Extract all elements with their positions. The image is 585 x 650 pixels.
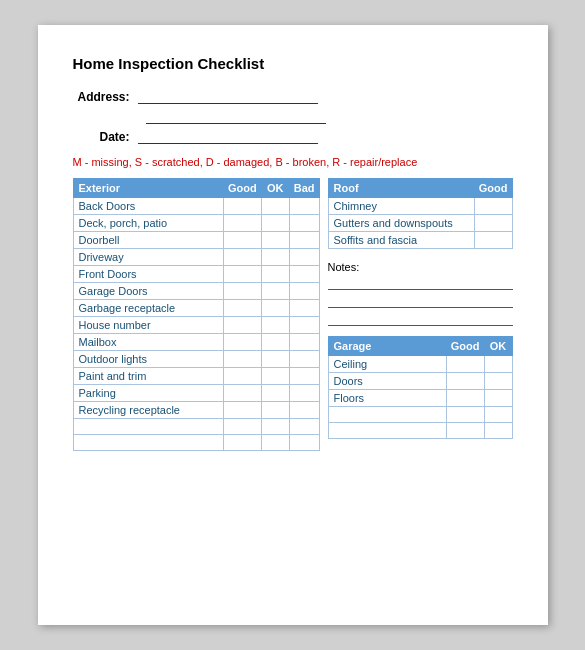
exterior-good-cell[interactable] — [224, 232, 262, 249]
exterior-bad-cell[interactable] — [289, 385, 319, 402]
garage-good-header: Good — [446, 337, 484, 356]
garage-good-cell[interactable] — [446, 356, 484, 373]
roof-good-cell[interactable] — [474, 232, 512, 249]
exterior-item: Parking — [73, 385, 224, 402]
garage-ok-header: OK — [484, 337, 512, 356]
exterior-row: Back Doors — [73, 198, 319, 215]
garage-row: Floors — [328, 390, 512, 407]
right-section: Roof Good Chimney Gutters and downspouts… — [328, 178, 513, 439]
exterior-empty-item — [73, 435, 224, 451]
exterior-good-cell[interactable] — [224, 249, 262, 266]
exterior-good-cell[interactable] — [224, 435, 262, 451]
exterior-ok-cell[interactable] — [261, 385, 289, 402]
exterior-bad-cell[interactable] — [289, 435, 319, 451]
exterior-ok-cell[interactable] — [261, 249, 289, 266]
garage-good-cell[interactable] — [446, 390, 484, 407]
garage-empty-row — [328, 407, 512, 423]
exterior-good-cell[interactable] — [224, 402, 262, 419]
exterior-row: Mailbox — [73, 334, 319, 351]
exterior-good-cell[interactable] — [224, 215, 262, 232]
garage-ok-cell[interactable] — [484, 390, 512, 407]
exterior-item: Outdoor lights — [73, 351, 224, 368]
exterior-ok-cell[interactable] — [261, 402, 289, 419]
exterior-row: Garage Doors — [73, 283, 319, 300]
exterior-row: Parking — [73, 385, 319, 402]
exterior-good-cell[interactable] — [224, 368, 262, 385]
roof-row: Gutters and downspouts — [328, 215, 512, 232]
exterior-bad-cell[interactable] — [289, 198, 319, 215]
garage-good-cell[interactable] — [446, 423, 484, 439]
notes-label: Notes: — [328, 261, 513, 273]
exterior-good-cell[interactable] — [224, 351, 262, 368]
roof-header: Roof — [328, 179, 474, 198]
exterior-ok-cell[interactable] — [261, 232, 289, 249]
exterior-good-cell[interactable] — [224, 334, 262, 351]
exterior-bad-cell[interactable] — [289, 266, 319, 283]
exterior-bad-cell[interactable] — [289, 300, 319, 317]
exterior-section: Exterior Good OK Bad Back Doors Deck, po… — [73, 178, 320, 451]
exterior-bad-cell[interactable] — [289, 283, 319, 300]
exterior-bad-cell[interactable] — [289, 215, 319, 232]
exterior-table: Exterior Good OK Bad Back Doors Deck, po… — [73, 178, 320, 451]
notes-line-1[interactable] — [328, 276, 513, 290]
garage-good-cell[interactable] — [446, 373, 484, 390]
exterior-bad-cell[interactable] — [289, 368, 319, 385]
roof-good-header: Good — [474, 179, 512, 198]
garage-ok-cell[interactable] — [484, 407, 512, 423]
garage-ok-cell[interactable] — [484, 423, 512, 439]
exterior-bad-cell[interactable] — [289, 232, 319, 249]
exterior-good-cell[interactable] — [224, 419, 262, 435]
exterior-row: Paint and trim — [73, 368, 319, 385]
exterior-ok-cell[interactable] — [261, 334, 289, 351]
exterior-item: House number — [73, 317, 224, 334]
address-line-2[interactable] — [146, 110, 326, 124]
exterior-good-cell[interactable] — [224, 266, 262, 283]
garage-ok-cell[interactable] — [484, 356, 512, 373]
exterior-item: Garage Doors — [73, 283, 224, 300]
exterior-ok-cell[interactable] — [261, 368, 289, 385]
exterior-bad-cell[interactable] — [289, 317, 319, 334]
exterior-item: Driveway — [73, 249, 224, 266]
exterior-ok-cell[interactable] — [261, 317, 289, 334]
exterior-empty-row — [73, 435, 319, 451]
exterior-ok-cell[interactable] — [261, 351, 289, 368]
notes-line-2[interactable] — [328, 294, 513, 308]
exterior-empty-row — [73, 419, 319, 435]
exterior-bad-cell[interactable] — [289, 351, 319, 368]
exterior-ok-cell[interactable] — [261, 198, 289, 215]
exterior-ok-cell[interactable] — [261, 283, 289, 300]
garage-empty-item — [328, 407, 446, 423]
notes-line-3[interactable] — [328, 312, 513, 326]
address-label: Address: — [73, 90, 138, 104]
garage-good-cell[interactable] — [446, 407, 484, 423]
legend-text: M - missing, S - scratched, D - damaged,… — [73, 156, 513, 168]
exterior-row: Front Doors — [73, 266, 319, 283]
garage-empty-row — [328, 423, 512, 439]
notes-section: Notes: — [328, 261, 513, 326]
exterior-ok-cell[interactable] — [261, 215, 289, 232]
exterior-ok-cell[interactable] — [261, 419, 289, 435]
exterior-good-cell[interactable] — [224, 317, 262, 334]
date-field[interactable] — [138, 130, 318, 144]
exterior-ok-cell[interactable] — [261, 435, 289, 451]
exterior-good-cell[interactable] — [224, 198, 262, 215]
exterior-good-cell[interactable] — [224, 300, 262, 317]
exterior-row: Outdoor lights — [73, 351, 319, 368]
exterior-ok-cell[interactable] — [261, 300, 289, 317]
exterior-bad-header: Bad — [289, 179, 319, 198]
exterior-bad-cell[interactable] — [289, 402, 319, 419]
exterior-item: Mailbox — [73, 334, 224, 351]
exterior-ok-header: OK — [261, 179, 289, 198]
exterior-good-cell[interactable] — [224, 283, 262, 300]
exterior-bad-cell[interactable] — [289, 249, 319, 266]
exterior-bad-cell[interactable] — [289, 334, 319, 351]
garage-ok-cell[interactable] — [484, 373, 512, 390]
exterior-bad-cell[interactable] — [289, 419, 319, 435]
exterior-ok-cell[interactable] — [261, 266, 289, 283]
garage-row: Doors — [328, 373, 512, 390]
address-line-1[interactable] — [138, 90, 318, 104]
roof-good-cell[interactable] — [474, 198, 512, 215]
page: Home Inspection Checklist Address: Date:… — [38, 25, 548, 625]
roof-good-cell[interactable] — [474, 215, 512, 232]
exterior-good-cell[interactable] — [224, 385, 262, 402]
